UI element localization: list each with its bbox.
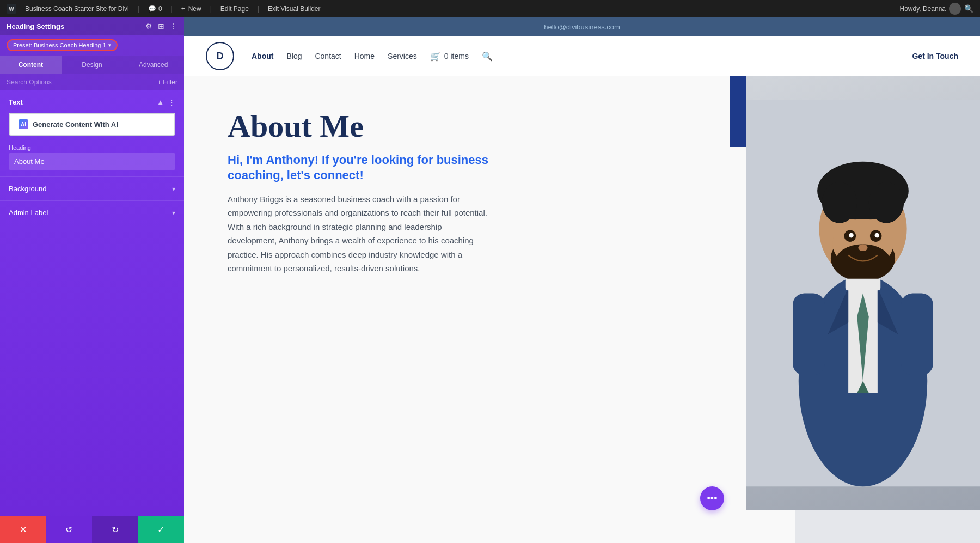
site-name[interactable]: Business Coach Starter Site for Divi xyxy=(25,5,129,13)
heading-field-group: Heading xyxy=(0,142,184,176)
settings-icon[interactable]: ⚙ xyxy=(145,22,152,30)
chevron-down-icon: ▾ xyxy=(172,209,175,217)
cart-count: 0 items xyxy=(444,52,469,60)
wp-logo-icon: W xyxy=(7,4,16,14)
search-icon[interactable]: 🔍 xyxy=(964,4,973,13)
admin-label-section: Admin Label ▾ xyxy=(0,200,184,224)
panel-header-icons: ⚙ ⊞ ⋮ xyxy=(145,22,177,30)
right-content: hello@divibusiness.com D About Blog Cont… xyxy=(184,17,980,543)
businessman-illustration xyxy=(746,76,980,510)
about-image-column xyxy=(730,76,980,543)
site-logo[interactable]: D xyxy=(206,42,234,70)
panel-header: Heading Settings ⚙ ⊞ ⋮ xyxy=(0,17,184,35)
preset-bar: Preset: Business Coach Heading 1 ▾ xyxy=(0,35,184,56)
svg-rect-19 xyxy=(846,279,881,291)
dots-icon: ••• xyxy=(707,493,718,504)
about-heading: About Me xyxy=(228,109,702,144)
background-section-header[interactable]: Background ▾ xyxy=(0,177,184,200)
exit-visual-builder-link[interactable]: Exit Visual Builder xyxy=(268,5,321,13)
cancel-button[interactable]: ✕ xyxy=(0,516,46,543)
search-input[interactable] xyxy=(7,78,153,86)
chevron-down-icon: ▾ xyxy=(172,185,175,193)
panel-tabs: Content Design Advanced xyxy=(0,56,184,74)
edit-page-link[interactable]: Edit Page xyxy=(220,5,249,13)
site-nav: D About Blog Contact Home Services 🛒 0 i… xyxy=(184,36,980,76)
svg-point-10 xyxy=(869,182,904,223)
nav-services[interactable]: Services xyxy=(388,52,417,60)
nav-about[interactable]: About xyxy=(252,52,273,60)
svg-point-18 xyxy=(858,244,867,251)
wp-admin-bar: W Business Coach Starter Site for Divi |… xyxy=(0,0,980,17)
text-section-title: Text xyxy=(9,98,23,106)
avatar xyxy=(949,3,961,15)
background-section: Background ▾ xyxy=(0,176,184,200)
tab-design[interactable]: Design xyxy=(62,56,123,74)
filter-button[interactable]: + Filter xyxy=(157,78,177,86)
heading-label: Heading xyxy=(9,144,175,151)
svg-rect-20 xyxy=(793,294,825,376)
nav-links: About Blog Contact Home Services 🛒 0 ite… xyxy=(252,51,895,62)
history-button[interactable]: ↺ xyxy=(46,516,93,543)
comments-link[interactable]: 💬 0 xyxy=(148,5,162,13)
ai-generate-button[interactable]: AI Generate Content With AI xyxy=(9,113,175,136)
nav-contact[interactable]: Contact xyxy=(315,52,341,60)
site-email[interactable]: hello@divibusiness.com xyxy=(544,23,620,31)
svg-point-16 xyxy=(849,233,854,238)
panel-search: + Filter xyxy=(0,74,184,90)
more-options-icon[interactable]: ⋮ xyxy=(170,22,177,30)
nav-blog[interactable]: Blog xyxy=(286,52,302,60)
save-button[interactable]: ✓ xyxy=(138,516,185,543)
admin-label-header[interactable]: Admin Label ▾ xyxy=(0,201,184,224)
site-topbar: hello@divibusiness.com xyxy=(184,17,980,36)
howdy-label: Howdy, Deanna 🔍 xyxy=(900,3,974,15)
get-in-touch-link[interactable]: Get In Touch xyxy=(912,52,958,60)
heading-input[interactable] xyxy=(9,153,175,170)
nav-home[interactable]: Home xyxy=(354,52,375,60)
panel-bottom-bar: ✕ ↺ ↻ ✓ xyxy=(0,516,184,543)
collapse-icon[interactable]: ▲ xyxy=(157,98,164,106)
about-text-column: About Me Hi, I'm Anthony! If you're look… xyxy=(184,76,730,543)
profile-photo xyxy=(746,76,980,510)
panel-content: Text ▲ ⋮ AI Generate Content With AI Hea… xyxy=(0,90,184,516)
svg-point-9 xyxy=(822,182,857,223)
background-title: Background xyxy=(9,185,46,193)
new-link[interactable]: + New xyxy=(181,5,201,13)
section-icons: ▲ ⋮ xyxy=(157,98,175,106)
cart-icon: 🛒 xyxy=(430,51,441,62)
comment-icon: 💬 xyxy=(148,5,156,13)
svg-rect-21 xyxy=(901,294,933,376)
columns-icon[interactable]: ⊞ xyxy=(158,22,164,30)
preset-badge[interactable]: Preset: Business Coach Heading 1 ▾ xyxy=(7,39,118,51)
about-body-text: Anthony Briggs is a seasoned business co… xyxy=(228,192,489,276)
text-section-header[interactable]: Text ▲ ⋮ xyxy=(0,90,184,111)
main-wrapper: Heading Settings ⚙ ⊞ ⋮ Preset: Business … xyxy=(0,17,980,543)
search-icon[interactable]: 🔍 xyxy=(482,51,493,62)
admin-label-title: Admin Label xyxy=(9,209,48,217)
more-icon[interactable]: ⋮ xyxy=(168,98,175,106)
ai-icon: AI xyxy=(19,119,28,129)
page-content: About Me Hi, I'm Anthony! If you're look… xyxy=(184,76,980,543)
floating-action-button[interactable]: ••• xyxy=(700,486,724,510)
cart-area[interactable]: 🛒 0 items xyxy=(430,51,469,62)
tab-content[interactable]: Content xyxy=(0,56,62,74)
left-panel: Heading Settings ⚙ ⊞ ⋮ Preset: Business … xyxy=(0,17,184,543)
tab-advanced[interactable]: Advanced xyxy=(122,56,184,74)
about-subheading: Hi, I'm Anthony! If you're looking for b… xyxy=(228,152,489,184)
panel-title: Heading Settings xyxy=(7,22,64,30)
svg-point-17 xyxy=(875,233,880,238)
chevron-down-icon: ▾ xyxy=(108,42,111,48)
redo-button[interactable]: ↻ xyxy=(92,516,138,543)
